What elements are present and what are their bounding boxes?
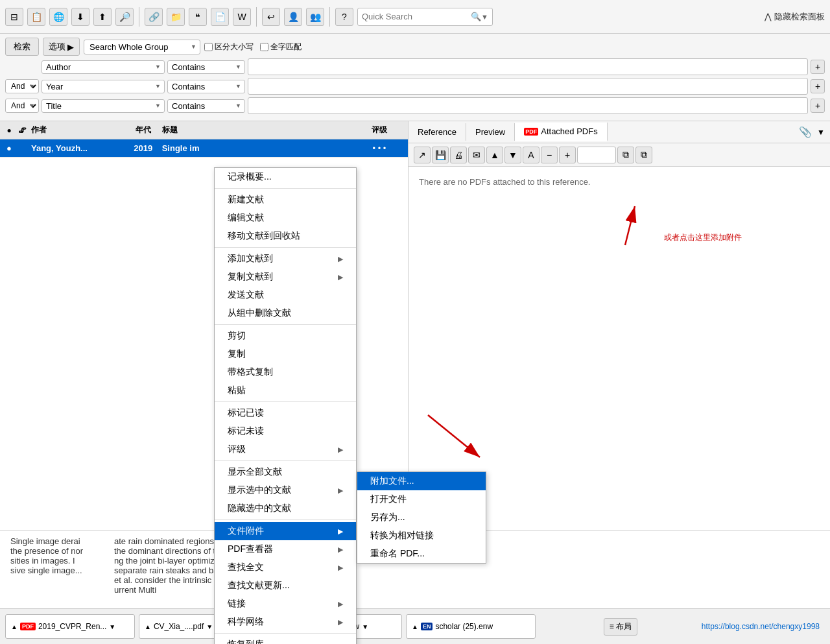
ctx-item-remove-from-group[interactable]: 从组中删除文献 xyxy=(215,304,356,322)
ctx-item-pdf-viewer[interactable]: PDF查看器▶ xyxy=(215,540,356,558)
ctx-item-copy[interactable]: 复制 xyxy=(215,345,356,363)
field-select-1[interactable]: Author xyxy=(42,60,165,74)
whole-word-label[interactable]: 全字匹配 xyxy=(260,42,302,53)
submenu-item-attach[interactable]: 附加文件... xyxy=(357,472,486,490)
col-header-rating[interactable]: 评级 xyxy=(353,125,405,136)
ctx-item-link[interactable]: 链接▶ xyxy=(215,595,356,613)
ctx-item-mark-unread[interactable]: 标记未读 xyxy=(215,422,356,440)
condition-select-3[interactable]: Contains xyxy=(167,99,245,113)
condition-select-1[interactable]: Contains xyxy=(167,60,245,74)
condition-select-2[interactable]: Contains xyxy=(167,80,245,93)
ctx-item-find-updates[interactable]: 查找文献更新... xyxy=(215,577,356,595)
toolbar-icon-1[interactable]: ⊟ xyxy=(5,8,23,26)
toolbar-icon-2[interactable]: 📋 xyxy=(27,8,45,26)
ctx-item-hide-selected[interactable]: 隐藏选中的文献 xyxy=(215,499,356,518)
table-row[interactable]: ● Yang, Youzh... 2019 Single im • • • xyxy=(0,139,408,158)
field-select-3[interactable]: Title xyxy=(42,99,165,113)
toolbar-icon-5[interactable]: ⬆ xyxy=(93,8,112,26)
rtb-a-btn[interactable]: A xyxy=(523,147,540,163)
toolbar-icon-11[interactable]: W xyxy=(233,8,251,26)
ctx-item-copy-formatted[interactable]: 带格式复制 xyxy=(215,363,356,381)
toolbar-icon-14[interactable]: 👥 xyxy=(306,8,324,26)
ctx-item-restore[interactable]: 恢复到库 xyxy=(215,636,356,644)
ctx-item-send[interactable]: 发送文献 xyxy=(215,286,356,304)
rtb-open-btn[interactable]: ↗ xyxy=(414,147,431,163)
toolbar-icon-12[interactable]: ↩ xyxy=(262,8,280,26)
filter-input-2[interactable] xyxy=(248,78,808,95)
layout-button[interactable]: ≡ 布局 xyxy=(604,618,637,636)
toolbar-icon-help[interactable]: ? xyxy=(335,8,353,26)
rtb-minus-btn[interactable]: − xyxy=(541,147,558,163)
rtb-up-btn[interactable]: ▲ xyxy=(486,147,503,163)
submenu-item-open[interactable]: 打开文件 xyxy=(357,490,486,508)
col-header-year[interactable]: 年代 xyxy=(127,125,160,136)
rtb-email-btn[interactable]: ✉ xyxy=(468,147,485,163)
quick-search-input[interactable] xyxy=(362,12,471,21)
attach-icon[interactable]: 📎 xyxy=(799,126,812,138)
ctx-item-cut[interactable]: 剪切 xyxy=(215,327,356,345)
rtb-input-field[interactable] xyxy=(577,147,616,163)
status-item-1[interactable]: ▲ PDF 2019_CVPR_Ren... ▼ xyxy=(5,614,135,639)
case-sensitive-label[interactable]: 区分大小写 xyxy=(204,42,254,53)
toolbar-icon-6[interactable]: 🔎 xyxy=(115,8,134,26)
toolbar-icon-4[interactable]: ⬇ xyxy=(71,8,89,26)
status-item-4[interactable]: ▲ EN scholar (25).enw xyxy=(406,614,536,639)
logic-select-2[interactable]: And Or Not xyxy=(5,79,39,93)
ctx-item-copy-to[interactable]: 复制文献到▶ xyxy=(215,268,356,286)
search-button[interactable]: 检索 xyxy=(5,38,39,56)
toolbar-icon-7[interactable]: 🔗 xyxy=(145,8,163,26)
ctx-item-add-to[interactable]: 添加文献到▶ xyxy=(215,250,356,268)
ctx-item-find-fulltext[interactable]: 查找全文▶ xyxy=(215,558,356,577)
toolbar-icon-3[interactable]: 🌐 xyxy=(49,8,67,26)
toolbar-icon-9[interactable]: ❝ xyxy=(189,8,207,26)
rtb-print-btn[interactable]: 🖨 xyxy=(450,147,467,163)
rtb-save-btn[interactable]: 💾 xyxy=(432,147,449,163)
toolbar-icon-8[interactable]: 📁 xyxy=(167,8,185,26)
search-scope-select[interactable]: Search Whole Group Search Library Search… xyxy=(84,40,200,54)
submenu-item-relative-link[interactable]: 转换为相对链接 xyxy=(357,527,486,545)
add-filter-row-1-btn[interactable]: + xyxy=(811,60,825,74)
toolbar-icon-10[interactable]: 📄 xyxy=(211,8,229,26)
rtb-paste-btn[interactable]: ⧉ xyxy=(635,147,652,163)
tab-attached-pdfs[interactable]: PDF Attached PDFs xyxy=(515,123,607,141)
tab-preview[interactable]: Preview xyxy=(466,123,515,141)
rtb-plus-btn[interactable]: + xyxy=(559,147,576,163)
ctx-item-rating[interactable]: 评级▶ xyxy=(215,440,356,459)
case-sensitive-checkbox[interactable] xyxy=(204,43,213,51)
status-arrow-down-1[interactable]: ▼ xyxy=(109,623,115,630)
ctx-item-show-selected[interactable]: 显示选中的文献▶ xyxy=(215,481,356,499)
status-arrow-down-3[interactable]: ▼ xyxy=(362,623,368,630)
filter-input-3[interactable] xyxy=(248,97,808,114)
panel-menu-icon[interactable]: ▼ xyxy=(817,128,830,137)
hide-panel-button[interactable]: ⋀ 隐藏检索面板 xyxy=(765,11,825,23)
ctx-item-file-attachment[interactable]: 文件附件▶ xyxy=(215,522,356,540)
ctx-item-summary[interactable]: 记录概要... xyxy=(215,168,356,186)
submenu-item-rename-pdf[interactable]: 重命名 PDF... xyxy=(357,545,486,563)
add-filter-row-3-btn[interactable]: + xyxy=(811,99,825,113)
ctx-item-new[interactable]: 新建文献 xyxy=(215,191,356,209)
options-button[interactable]: 选项 ▶ xyxy=(43,38,80,56)
status-arrow-up-1[interactable]: ▲ xyxy=(11,623,18,630)
ctx-item-science-net[interactable]: 科学网络▶ xyxy=(215,613,356,631)
logic-select-3[interactable]: And Or Not xyxy=(5,99,39,113)
ctx-item-paste[interactable]: 粘贴 xyxy=(215,381,356,400)
ctx-item-mark-read[interactable]: 标记已读 xyxy=(215,404,356,422)
col-header-title[interactable]: 标题 xyxy=(160,125,353,136)
ctx-item-show-all[interactable]: 显示全部文献 xyxy=(215,463,356,481)
col-header-author[interactable]: 作者 xyxy=(29,125,127,136)
add-filter-row-2-btn[interactable]: + xyxy=(811,79,825,93)
rtb-down-btn[interactable]: ▼ xyxy=(504,147,521,163)
whole-word-checkbox[interactable] xyxy=(260,43,268,51)
ctx-item-edit[interactable]: 编辑文献 xyxy=(215,209,356,227)
submenu-item-saveas[interactable]: 另存为... xyxy=(357,508,486,527)
rtb-copy-btn[interactable]: ⧉ xyxy=(617,147,634,163)
tab-reference[interactable]: Reference xyxy=(409,123,466,141)
status-arrow-down-2[interactable]: ▼ xyxy=(206,623,213,630)
field-select-2[interactable]: Year xyxy=(42,80,165,93)
toolbar-icon-13[interactable]: 👤 xyxy=(284,8,302,26)
ctx-item-trash[interactable]: 移动文献到回收站 xyxy=(215,227,356,245)
status-arrow-up-2[interactable]: ▲ xyxy=(145,623,151,630)
filter-input-1[interactable] xyxy=(248,58,808,75)
search-dropdown-icon[interactable]: ▼ xyxy=(481,13,488,21)
status-arrow-up-4[interactable]: ▲ xyxy=(412,623,418,630)
